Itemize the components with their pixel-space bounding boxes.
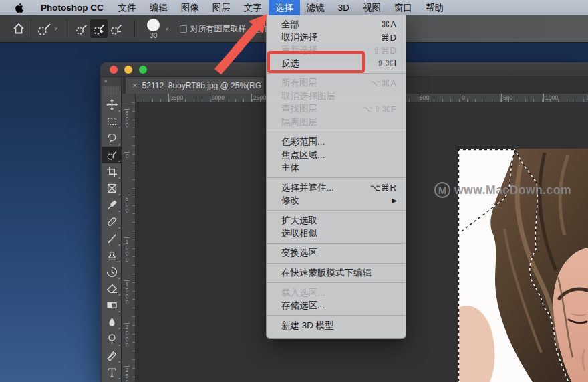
gradient-tool[interactable] <box>102 297 122 314</box>
annotation-highlight-box <box>267 51 365 73</box>
brush-size-value: 30 <box>150 33 157 39</box>
lasso-tool-icon <box>106 132 118 144</box>
tools-panel-collapse[interactable]: » <box>102 77 121 86</box>
move-tool[interactable] <box>102 96 122 113</box>
menubar-item-帮助[interactable]: 帮助 <box>419 0 450 15</box>
new-selection-mode-button[interactable] <box>73 19 90 38</box>
ruler-corner <box>122 94 136 102</box>
menubar-item-滤镜[interactable]: 滤镜 <box>300 0 331 15</box>
menu-item-shortcut: ⇧⌘D <box>373 45 397 56</box>
crop-tool[interactable] <box>102 163 122 180</box>
menubar-item-3D[interactable]: 3D <box>331 0 356 15</box>
pen-tool-icon <box>106 350 118 361</box>
tools-panel-grip[interactable] <box>105 87 118 95</box>
menu-item-全部[interactable]: 全部⌘A <box>267 18 406 31</box>
ruler-mark: 1000 <box>543 94 558 102</box>
menu-item-载入选区: 载入选区... <box>267 286 406 299</box>
menu-item-取消选择[interactable]: 取消选择⌘D <box>267 31 406 43</box>
desktop: × 52112_8uoyRT8b.jpg @ 25%(RG » 35003000… <box>0 0 588 382</box>
pen-tool[interactable] <box>102 347 122 364</box>
marquee-tool[interactable] <box>102 113 122 130</box>
menu-item-变换选区[interactable]: 变换选区 <box>267 247 406 260</box>
frame-tool[interactable] <box>102 180 122 197</box>
menubar-item-文件[interactable]: 文件 <box>112 0 143 15</box>
submenu-arrow-icon: ▶ <box>392 197 397 204</box>
document-tab-title: 52112_8uoyRT8b.jpg @ 25%(RG <box>142 81 262 90</box>
frame-tool-icon <box>106 183 118 194</box>
ruler-mark: 1 <box>585 94 588 102</box>
menubar-item-选择[interactable]: 选择 <box>269 0 300 15</box>
menu-item-shortcut: ⌘A <box>381 19 397 29</box>
blur-tool-icon <box>106 316 118 328</box>
menu-item-主体[interactable]: 主体 <box>267 161 406 174</box>
menu-item-在快速蒙版模式下编辑[interactable]: 在快速蒙版模式下编辑 <box>267 266 406 279</box>
document-tab[interactable]: × 52112_8uoyRT8b.jpg @ 25%(RG <box>126 77 265 94</box>
menu-item-扩大选取[interactable]: 扩大选取 <box>267 214 406 227</box>
quick-selection-preset-icon[interactable] <box>37 21 51 36</box>
subtract-from-selection-mode-button[interactable] <box>108 19 125 38</box>
menu-item-选择并遮住[interactable]: 选择并遮住...⌥⌘R <box>267 181 406 194</box>
lasso-tool[interactable] <box>102 130 122 147</box>
menubar-item-编辑[interactable]: 编辑 <box>143 0 174 15</box>
home-icon[interactable] <box>12 22 25 35</box>
zoom-window-button[interactable] <box>139 66 147 74</box>
menu-item-修改[interactable]: 修改▶ <box>267 194 406 207</box>
menu-separator <box>267 282 406 283</box>
menu-item-label: 色彩范围... <box>281 136 325 148</box>
history-brush-tool[interactable] <box>102 264 122 280</box>
blur-tool[interactable] <box>102 314 122 330</box>
menubar-item-图层[interactable]: 图层 <box>206 0 237 15</box>
apple-menu[interactable] <box>0 3 33 13</box>
document-image[interactable] <box>458 149 588 382</box>
menu-item-label: 载入选区... <box>281 287 325 299</box>
menu-item-选取相似[interactable]: 选取相似 <box>267 227 406 240</box>
move-tool-icon <box>106 99 118 110</box>
menu-item-label: 变换选区 <box>281 247 317 259</box>
ruler-mark: 3500 <box>168 94 183 102</box>
menu-item-label: 存储选区... <box>281 300 325 312</box>
type-tool[interactable] <box>102 364 122 381</box>
menu-separator <box>267 210 406 211</box>
ruler-mark: 0 <box>460 94 465 102</box>
menubar-item-窗口[interactable]: 窗口 <box>388 0 419 15</box>
menu-item-焦点区域[interactable]: 焦点区域... <box>267 149 406 161</box>
close-tab-icon[interactable]: × <box>132 80 138 90</box>
menu-item-shortcut: ⌥⇧⌘F <box>363 104 397 114</box>
menu-item-shortcut: ⌥⌘A <box>370 78 397 88</box>
menu-item-存储选区[interactable]: 存储选区... <box>267 299 406 312</box>
brush-tool[interactable] <box>102 230 122 247</box>
brush-size-picker[interactable]: 30 <box>147 19 160 39</box>
menubar-item-图像[interactable]: 图像 <box>174 0 206 15</box>
menu-item-隔离图层: 隔离图层 <box>267 116 406 128</box>
checkbox-icon[interactable] <box>253 25 261 33</box>
macdown-logo-icon: M <box>434 182 450 198</box>
menubar-item-视图[interactable]: 视图 <box>356 0 388 15</box>
eraser-tool[interactable] <box>102 280 122 297</box>
menu-item-色彩范围[interactable]: 色彩范围... <box>267 136 406 149</box>
ruler-mark: 0 <box>124 152 130 159</box>
eraser-tool-icon <box>106 283 118 294</box>
chevron-down-icon[interactable]: ˅ <box>54 25 57 32</box>
menu-item-新建 3D 模型[interactable]: 新建 3D 模型 <box>267 319 406 332</box>
chevron-down-icon[interactable]: ˅ <box>165 25 168 32</box>
dodge-tool-icon <box>106 333 118 345</box>
menu-item-取消选择图层: 取消选择图层 <box>267 90 406 102</box>
minimize-window-button[interactable] <box>124 66 132 74</box>
menu-item-查找图层: 查找图层⌥⇧⌘F <box>267 103 406 116</box>
dodge-tool[interactable] <box>102 330 122 347</box>
quick-selection-tool[interactable] <box>102 147 122 163</box>
add-to-selection-mode-button[interactable] <box>90 19 108 38</box>
sample-all-layers-checkbox[interactable]: 对所有图层取样 <box>180 23 247 35</box>
menu-separator <box>267 263 406 264</box>
app-menu-title[interactable]: Photoshop CC <box>33 3 112 13</box>
spot-healing-tool-icon <box>106 216 118 227</box>
clone-stamp-tool[interactable] <box>102 247 122 264</box>
menubar-item-文字[interactable]: 文字 <box>237 0 269 15</box>
gradient-tool-icon <box>106 300 118 311</box>
menu-item-label: 所有图层 <box>281 77 317 89</box>
checkbox-icon[interactable] <box>180 25 187 33</box>
ruler-mark: 2 0 0 0 <box>124 323 130 349</box>
spot-healing-tool[interactable] <box>102 213 122 230</box>
close-window-button[interactable] <box>110 66 118 74</box>
eyedropper-tool[interactable] <box>102 197 122 213</box>
